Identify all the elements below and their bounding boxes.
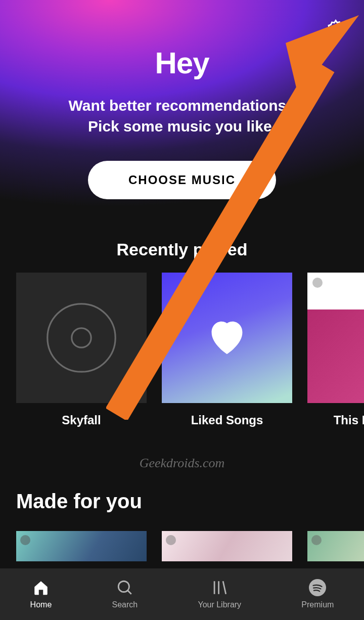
- heart-icon: [205, 316, 249, 360]
- nav-search[interactable]: Search: [112, 579, 138, 609]
- watermark-text: Geekdroids.com: [0, 456, 364, 471]
- search-icon: [116, 579, 133, 596]
- recently-played-row: Skyfall Liked Songs T The W This Is The …: [0, 273, 364, 427]
- recently-played-item[interactable]: Liked Songs: [162, 273, 292, 427]
- hero-subtitle: Want better recommendations? Pick some m…: [49, 96, 316, 137]
- svg-point-3: [312, 278, 323, 288]
- disc-icon: [41, 297, 122, 378]
- spotify-icon: [311, 535, 322, 545]
- made-for-you-row: [0, 531, 364, 561]
- nav-label: Your Library: [198, 600, 241, 609]
- svg-point-0: [333, 26, 339, 32]
- spotify-icon: [166, 535, 176, 545]
- svg-point-6: [311, 535, 322, 545]
- nav-library[interactable]: Your Library: [198, 579, 241, 609]
- bottom-nav: Home Search Your Library Premium: [0, 568, 364, 620]
- nav-home[interactable]: Home: [30, 579, 52, 609]
- made-for-you-item[interactable]: [162, 531, 292, 561]
- home-icon: [32, 579, 50, 596]
- greeting-title: Hey: [155, 46, 209, 80]
- made-for-you-item[interactable]: [16, 531, 147, 561]
- recently-played-title: Recently played: [0, 240, 364, 259]
- artist-photo: [307, 309, 364, 403]
- nav-label: Search: [112, 600, 138, 609]
- nav-premium[interactable]: Premium: [301, 579, 334, 609]
- nav-label: Premium: [301, 600, 334, 609]
- made-for-you-item[interactable]: [307, 531, 364, 561]
- spotify-icon: [312, 278, 323, 288]
- choose-music-button[interactable]: CHOOSE MUSIC: [88, 161, 276, 199]
- album-art-disc: [16, 273, 147, 403]
- spotify-icon: [20, 535, 30, 545]
- svg-point-4: [20, 535, 30, 545]
- svg-point-2: [72, 328, 91, 347]
- card-label: Skyfall: [62, 413, 101, 427]
- svg-point-1: [48, 304, 115, 372]
- recently-played-item[interactable]: T The W This Is The W: [307, 273, 364, 427]
- made-for-you-title: Made for you: [16, 490, 364, 513]
- svg-point-5: [166, 535, 176, 545]
- album-art-liked: [162, 273, 292, 403]
- nav-label: Home: [30, 600, 52, 609]
- album-art-thisis: T The W: [307, 273, 364, 403]
- gear-icon: [325, 18, 347, 40]
- svg-point-7: [118, 581, 129, 592]
- svg-line-8: [128, 591, 131, 594]
- settings-button[interactable]: [325, 18, 347, 40]
- card-label: This Is The W: [334, 413, 364, 427]
- card-label: Liked Songs: [191, 413, 263, 427]
- spotify-icon: [309, 579, 326, 596]
- hero-banner: Hey Want better recommendations? Pick so…: [0, 0, 364, 217]
- svg-line-11: [223, 581, 226, 594]
- library-icon: [211, 579, 228, 596]
- recently-played-item[interactable]: Skyfall: [16, 273, 147, 427]
